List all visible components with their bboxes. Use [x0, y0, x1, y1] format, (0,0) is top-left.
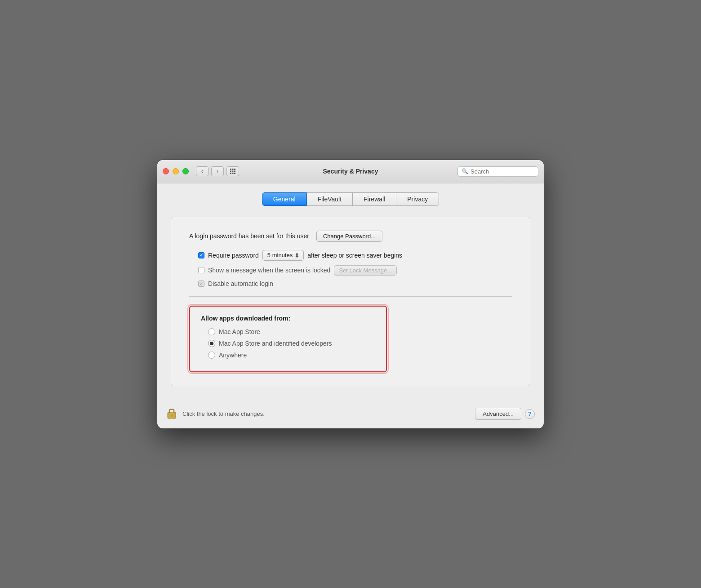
show-message-checkbox[interactable]	[198, 267, 204, 273]
svg-rect-3	[230, 171, 231, 172]
section-divider	[189, 296, 512, 297]
radio-anywhere-label: Anywhere	[219, 352, 247, 359]
lock-label: Click the lock to make changes.	[182, 410, 265, 417]
password-timeout-dropdown[interactable]: 5 minutes ⬍	[262, 250, 304, 261]
svg-rect-1	[232, 169, 234, 170]
set-lock-message-button[interactable]: Set Lock Message...	[334, 265, 397, 276]
advanced-button[interactable]: Advanced...	[475, 408, 521, 420]
svg-rect-0	[230, 169, 231, 170]
search-icon: 🔍	[461, 168, 468, 174]
traffic-lights	[163, 168, 189, 174]
tab-filevault[interactable]: FileVault	[307, 192, 353, 206]
svg-rect-2	[234, 169, 235, 170]
search-input[interactable]	[470, 168, 534, 175]
allow-apps-section: Allow apps downloaded from: Mac App Stor…	[189, 306, 387, 372]
nav-buttons: ‹ ›	[196, 166, 224, 176]
svg-rect-11	[171, 414, 173, 417]
require-password-label: Require password	[208, 252, 259, 259]
radio-identified-developers[interactable]	[208, 340, 215, 347]
help-button[interactable]: ?	[525, 409, 535, 419]
svg-rect-6	[230, 173, 231, 174]
grid-button[interactable]	[226, 166, 239, 176]
radio-identified-developers-row: Mac App Store and identified developers	[208, 340, 375, 347]
tab-general[interactable]: General	[262, 192, 307, 206]
svg-rect-5	[234, 171, 235, 172]
show-message-row: Show a message when the screen is locked…	[198, 265, 512, 276]
tab-bar: General FileVault Firewall Privacy	[171, 192, 530, 206]
password-label: A login password has been set for this u…	[189, 232, 309, 240]
forward-button[interactable]: ›	[211, 166, 224, 176]
window: ‹ › Security & Privacy 🔍 Ge	[157, 160, 544, 428]
disable-autologin-row: Disable automatic login	[198, 280, 512, 287]
radio-mac-app-store-row: Mac App Store	[208, 328, 375, 335]
maximize-button[interactable]	[182, 168, 189, 174]
show-message-label: Show a message when the screen is locked	[208, 267, 330, 274]
radio-anywhere-row: Anywhere	[208, 352, 375, 359]
svg-rect-7	[232, 173, 234, 174]
radio-anywhere[interactable]	[208, 352, 215, 359]
radio-mac-app-store[interactable]	[208, 328, 215, 335]
titlebar: ‹ › Security & Privacy 🔍	[157, 160, 544, 183]
disable-autologin-checkbox[interactable]	[198, 281, 204, 287]
allow-apps-title: Allow apps downloaded from:	[201, 315, 375, 322]
svg-rect-4	[232, 171, 234, 172]
bottom-bar: Click the lock to make changes. Advanced…	[157, 400, 544, 428]
minimize-button[interactable]	[173, 168, 179, 174]
radio-identified-developers-label: Mac App Store and identified developers	[219, 340, 332, 347]
change-password-button[interactable]: Change Password...	[316, 231, 382, 242]
require-password-row: Require password 5 minutes ⬍ after sleep…	[198, 250, 512, 261]
main-content: General FileVault Firewall Privacy A log…	[157, 183, 544, 400]
disable-autologin-label: Disable automatic login	[208, 280, 273, 287]
password-row: A login password has been set for this u…	[189, 231, 512, 242]
dropdown-arrow-icon: ⬍	[294, 252, 300, 259]
tab-privacy[interactable]: Privacy	[396, 192, 439, 206]
after-sleep-label: after sleep or screen saver begins	[307, 252, 402, 259]
tab-firewall[interactable]: Firewall	[353, 192, 396, 206]
svg-rect-8	[234, 173, 235, 174]
search-box[interactable]: 🔍	[457, 166, 538, 177]
dropdown-value: 5 minutes	[267, 252, 293, 258]
bottom-right: Advanced... ?	[475, 408, 535, 420]
radio-mac-app-store-label: Mac App Store	[219, 328, 260, 335]
window-title: Security & Privacy	[323, 168, 378, 175]
close-button[interactable]	[163, 168, 169, 174]
back-button[interactable]: ‹	[196, 166, 209, 176]
lock-icon[interactable]	[166, 407, 177, 421]
settings-panel: A login password has been set for this u…	[171, 217, 530, 386]
require-password-checkbox[interactable]	[198, 252, 204, 258]
